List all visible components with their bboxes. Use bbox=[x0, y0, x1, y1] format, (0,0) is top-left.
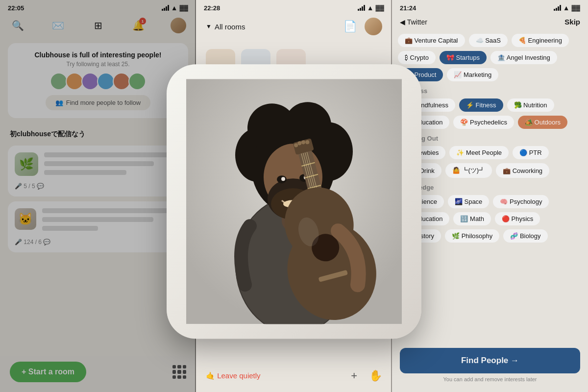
user-avatar[interactable] bbox=[171, 18, 186, 33]
tag-crypto[interactable]: ₿ Crypto bbox=[398, 51, 436, 64]
tag-coworking[interactable]: 💼 Coworking bbox=[496, 163, 549, 178]
room-footer-1: 🎤 5 / 5 💬 bbox=[15, 183, 181, 190]
room-card-1[interactable]: 🌿 🎤 5 / 5 💬 bbox=[8, 146, 188, 196]
tag-space[interactable]: 🌌 Space bbox=[448, 195, 489, 208]
signal-icon-2 bbox=[358, 5, 365, 11]
room-desc-line3 bbox=[42, 217, 153, 222]
add-icon[interactable]: + bbox=[351, 369, 357, 382]
start-room-button[interactable]: + Start a room bbox=[10, 362, 86, 382]
grid-dot-5 bbox=[177, 370, 181, 373]
status-bar-3: 21:24 ▲ ▓▓ bbox=[392, 0, 588, 14]
back-twitter-button[interactable]: ◀ Twitter bbox=[400, 18, 427, 26]
find-people-label: Find People → bbox=[461, 356, 519, 366]
grid-dot-2 bbox=[177, 365, 181, 368]
tag-physics[interactable]: 🔴 Physics bbox=[495, 212, 540, 225]
notification-badge: 1 bbox=[139, 18, 146, 24]
knowledge-title: Knowledge bbox=[398, 184, 582, 191]
tag-ptr[interactable]: 🔵 PTR bbox=[513, 146, 549, 159]
leave-quietly-label: 🤙 Leave quietly bbox=[206, 371, 261, 380]
battery-icon-3: ▓▓ bbox=[572, 4, 581, 11]
battery-icon-2: ▓▓ bbox=[376, 4, 385, 11]
grid-dot-8 bbox=[177, 375, 181, 379]
section-knowledge: Knowledge 🔬 Science 🌌 Space 🧠 Psychology… bbox=[398, 184, 582, 243]
bottom-bar-1: + Start a room bbox=[0, 356, 196, 392]
svg-point-16 bbox=[281, 177, 285, 181]
room-speakers-1: 🎤 5 / 5 💬 bbox=[15, 183, 44, 190]
room-header-1: 🌿 bbox=[15, 152, 181, 179]
back-twitter-label: ◀ Twitter bbox=[400, 18, 427, 26]
follow-avatar-4 bbox=[97, 73, 115, 90]
room-info-2 bbox=[42, 208, 181, 235]
room-info-1 bbox=[44, 152, 181, 179]
grid-dot-6 bbox=[183, 370, 186, 373]
find-people-button[interactable]: Find People → bbox=[400, 348, 580, 373]
chevron-down-icon: ▼ bbox=[206, 23, 212, 30]
room-footer-2: 🎤 124 / 6 💬 bbox=[15, 239, 181, 245]
room-avatar-1: 🌿 bbox=[15, 152, 38, 176]
room-card-2[interactable]: 🐱 🎤 124 / 6 💬 bbox=[8, 201, 188, 252]
hangout-title: Hanging Out bbox=[398, 135, 582, 142]
panel2-actions: + ✋ bbox=[351, 369, 382, 382]
tag-meet-people[interactable]: ✨ Meet People bbox=[449, 146, 509, 159]
skip-button[interactable]: Skip bbox=[564, 18, 580, 26]
all-rooms-button[interactable]: ▼ All rooms bbox=[206, 23, 245, 31]
follow-avatar-3 bbox=[81, 73, 99, 90]
grid-dot-7 bbox=[172, 375, 176, 379]
tag-angel-investing[interactable]: 🏦 Angel Investing bbox=[490, 51, 557, 64]
tags-row-hangout: 👋 Newbies ✨ Meet People 🔵 PTR 🥤 a Drink … bbox=[398, 146, 582, 178]
panel3-header: ◀ Twitter Skip bbox=[392, 14, 588, 30]
panel1-nav: 🔍 ✉️ ⊞ 🔔 1 bbox=[0, 14, 196, 37]
tag-outdoors[interactable]: 🏕️ Outdoors bbox=[518, 116, 567, 129]
follow-avatar-5 bbox=[113, 73, 130, 90]
notifications-icon[interactable]: 🔔 1 bbox=[130, 18, 146, 33]
document-icon[interactable]: 📄 bbox=[343, 20, 357, 33]
interests-scroll[interactable]: 💼 Venture Capital ☁️ SaaS 🍕 Engineering … bbox=[392, 30, 588, 343]
grid-dot-9 bbox=[183, 375, 186, 379]
grid-menu-icon[interactable] bbox=[172, 365, 186, 379]
grid-dot-3 bbox=[183, 365, 186, 368]
person-guitar-svg bbox=[186, 79, 402, 324]
status-icons-3: ▲ ▓▓ bbox=[554, 4, 580, 12]
follow-prompt: Clubhouse is full of interesting people!… bbox=[8, 43, 188, 118]
raise-hand-icon[interactable]: ✋ bbox=[369, 369, 382, 382]
tag-philosophy[interactable]: 🌿 Philosophy bbox=[445, 229, 499, 243]
find-more-label: Find more people to follow bbox=[66, 99, 141, 106]
room-desc-line2 bbox=[44, 170, 126, 175]
leave-quietly-button[interactable]: 🤙 Leave quietly bbox=[206, 371, 261, 380]
wellness-title: Wellness bbox=[398, 87, 582, 95]
tag-math[interactable]: 🔢 Math bbox=[453, 212, 491, 225]
tag-shrug[interactable]: 🤷 ┗(ツ)┛ bbox=[445, 163, 492, 178]
follow-avatar-1 bbox=[50, 73, 68, 90]
follow-prompt-title: Clubhouse is full of interesting people! bbox=[16, 51, 180, 59]
messages-icon[interactable]: ✉️ bbox=[50, 18, 66, 33]
follow-prompt-subtitle: Try following at least 25. bbox=[16, 61, 180, 68]
find-more-button[interactable]: 👥 Find more people to follow bbox=[46, 95, 150, 110]
room-desc-line bbox=[44, 161, 154, 166]
tag-saas[interactable]: ☁️ SaaS bbox=[469, 34, 508, 47]
room-title-line bbox=[44, 152, 174, 157]
tag-engineering[interactable]: 🍕 Engineering bbox=[512, 34, 569, 47]
find-more-icon: 👥 bbox=[55, 99, 63, 106]
tag-nutrition[interactable]: 🥦 Nutrition bbox=[507, 98, 554, 112]
tag-venture-capital[interactable]: 💼 Venture Capital bbox=[398, 34, 465, 47]
tag-psychology[interactable]: 🧠 Psychology bbox=[493, 195, 549, 208]
time-1: 22:05 bbox=[8, 4, 24, 12]
calendar-icon[interactable]: ⊞ bbox=[90, 18, 106, 33]
status-icons-2: ▲ ▓▓ bbox=[358, 4, 384, 12]
section-wellness: Wellness 🧘 Mindfulness ⚡ Fitness 🥦 Nutri… bbox=[398, 87, 582, 129]
signal-icon-1 bbox=[162, 5, 169, 11]
tag-psychedelics[interactable]: 🍄 Psychedelics bbox=[453, 116, 514, 129]
tag-startups[interactable]: 🎀 Startups bbox=[440, 51, 487, 64]
tag-marketing[interactable]: 📈 Marketing bbox=[447, 68, 498, 81]
start-room-label: + Start a room bbox=[22, 368, 74, 376]
room-title-line2 bbox=[42, 208, 174, 213]
status-icons-1: ▲ ▓▓ bbox=[162, 4, 188, 12]
tag-fitness[interactable]: ⚡ Fitness bbox=[459, 98, 503, 112]
tags-row-tech: 💼 Venture Capital ☁️ SaaS 🍕 Engineering … bbox=[398, 34, 582, 81]
status-bar-1: 22:05 ▲ ▓▓ bbox=[0, 0, 196, 14]
user-avatar-2[interactable] bbox=[365, 18, 382, 35]
profile-overlay bbox=[167, 64, 421, 339]
search-icon[interactable]: 🔍 bbox=[10, 18, 25, 33]
tags-row-wellness: 🧘 Mindfulness ⚡ Fitness 🥦 Nutrition 📚 Ed… bbox=[398, 98, 582, 129]
tag-biology[interactable]: 🧬 Biology bbox=[503, 229, 547, 243]
